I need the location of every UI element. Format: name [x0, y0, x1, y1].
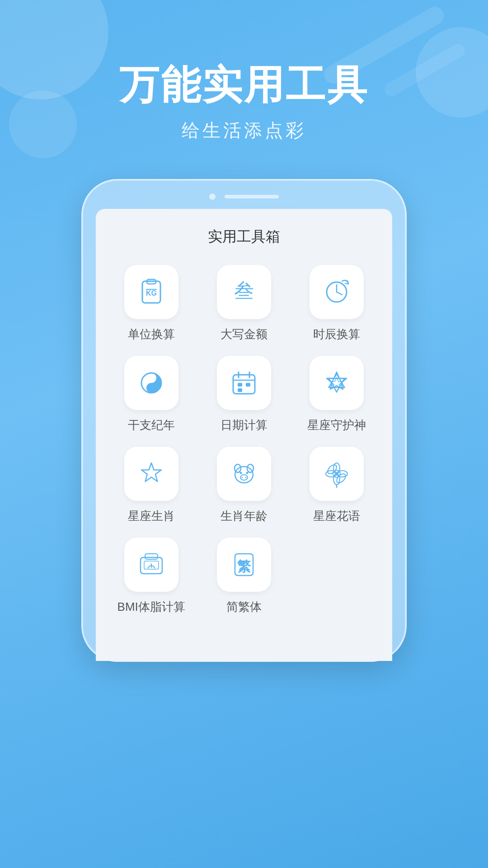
tool-icon-zodiac-flower — [310, 447, 364, 501]
tool-item-capital-amount[interactable]: 叁 大写金额 — [202, 265, 286, 342]
tool-label-unit-convert: 单位换算 — [128, 326, 175, 342]
phone-container: 实用工具箱 KG 单位换算 — [0, 170, 488, 662]
tool-item-unit-convert[interactable]: KG 单位换算 — [109, 265, 193, 342]
tool-icon-unit-convert: KG — [124, 265, 178, 319]
tools-grid-bottom: BMI体脂计算 繁 简繁体 — [109, 538, 379, 615]
tool-label-bmi: BMI体脂计算 — [117, 599, 185, 615]
tool-icon-time-convert — [310, 265, 364, 319]
star-icon — [137, 459, 166, 488]
tool-icon-date-calc — [217, 356, 271, 410]
svg-point-25 — [239, 472, 242, 474]
svg-text:叁: 叁 — [234, 280, 254, 302]
tool-label-shengxiao-age: 生肖年龄 — [221, 508, 267, 524]
traditional-icon: 繁 — [230, 550, 258, 579]
tool-icon-traditional: 繁 — [217, 538, 271, 592]
clock-icon — [322, 278, 351, 307]
svg-line-7 — [337, 292, 342, 295]
header: 万能实用工具 给生活添点彩 — [0, 0, 488, 170]
tool-item-traditional[interactable]: 繁 简繁体 — [202, 538, 286, 615]
yinyang-icon — [137, 368, 166, 397]
star-of-david-icon — [322, 368, 351, 397]
screen-title: 实用工具箱 — [109, 227, 379, 247]
tool-label-traditional: 简繁体 — [226, 599, 262, 615]
svg-rect-11 — [233, 375, 255, 394]
tool-icon-capital-amount: 叁 — [217, 265, 271, 319]
tool-icon-zodiac-guardian — [310, 356, 364, 410]
tool-label-time-convert: 时辰换算 — [313, 326, 360, 342]
flower-icon — [322, 459, 351, 488]
tool-item-bmi[interactable]: BMI体脂计算 — [109, 538, 193, 615]
svg-marker-19 — [330, 377, 343, 388]
phone-mockup: 实用工具箱 KG 单位换算 — [81, 179, 407, 662]
svg-point-29 — [245, 476, 246, 478]
tools-grid: KG 单位换算 叁 大写金额 — [109, 265, 379, 524]
tool-label-zodiac-flower: 星座花语 — [313, 508, 360, 524]
svg-rect-16 — [246, 383, 250, 387]
tool-item-zodiac-guardian[interactable]: 星座守护神 — [295, 356, 379, 433]
tool-icon-ganzhi — [124, 356, 178, 410]
tool-icon-shengxiao-age — [217, 447, 271, 501]
sub-title: 给生活添点彩 — [0, 118, 488, 143]
tool-icon-zodiac-sign — [124, 447, 178, 501]
svg-text:繁: 繁 — [237, 559, 251, 574]
svg-point-26 — [246, 472, 248, 474]
tool-item-zodiac-sign[interactable]: 星座生肖 — [109, 447, 193, 524]
phone-screen: 实用工具箱 KG 单位换算 — [96, 209, 392, 661]
svg-rect-17 — [238, 388, 242, 392]
main-title: 万能实用工具 — [0, 63, 488, 107]
svg-point-9 — [150, 376, 153, 380]
tool-item-time-convert[interactable]: 时辰换算 — [295, 265, 379, 342]
svg-point-28 — [241, 476, 243, 478]
capital-icon: 叁 — [230, 278, 258, 307]
svg-point-10 — [150, 386, 153, 390]
tool-label-capital-amount: 大写金额 — [221, 326, 267, 342]
svg-rect-15 — [238, 383, 242, 387]
svg-text:KG: KG — [146, 289, 157, 297]
pig-icon — [230, 459, 258, 488]
tool-label-zodiac-guardian: 星座守护神 — [307, 417, 366, 433]
tool-label-ganzhi: 干支纪年 — [128, 417, 175, 433]
tool-label-date-calc: 日期计算 — [221, 417, 267, 433]
bmi-icon — [137, 550, 166, 579]
tool-item-date-calc[interactable]: 日期计算 — [202, 356, 286, 433]
svg-rect-39 — [145, 554, 158, 559]
tool-item-zodiac-flower[interactable]: 星座花语 — [295, 447, 379, 524]
calendar-icon — [230, 368, 258, 397]
kg-icon: KG — [137, 278, 166, 307]
tool-label-zodiac-sign: 星座生肖 — [128, 508, 175, 524]
svg-point-27 — [240, 475, 248, 480]
tool-icon-bmi — [124, 538, 178, 592]
phone-camera-dot — [209, 193, 216, 200]
phone-speaker-bar — [225, 195, 279, 198]
tool-item-shengxiao-age[interactable]: 生肖年龄 — [202, 447, 286, 524]
tool-item-ganzhi[interactable]: 干支纪年 — [109, 356, 193, 433]
phone-top-bar — [96, 193, 392, 209]
